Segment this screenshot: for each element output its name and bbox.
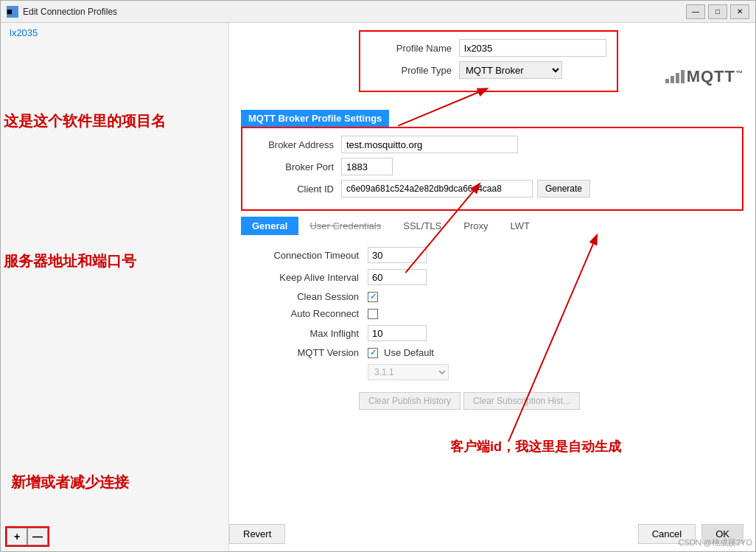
window-controls: — □ ✕ xyxy=(686,4,749,19)
window-title: Edit Connection Profiles xyxy=(23,7,686,17)
tab-proxy[interactable]: Proxy xyxy=(452,217,499,235)
mqtt-version-options: Use Default xyxy=(368,347,434,358)
annotation-add-remove: 新增或者减少连接 xyxy=(11,472,129,492)
client-id-label: Client ID xyxy=(253,184,334,195)
mqtt-version-row: MQTT Version Use Default xyxy=(241,347,743,358)
connection-timeout-input[interactable] xyxy=(368,247,427,263)
revert-button[interactable]: Revert xyxy=(229,524,285,544)
clear-publish-history-button[interactable]: Clear Publish History xyxy=(359,392,461,410)
version-select[interactable]: 3.1.1 xyxy=(368,364,449,380)
auto-reconnect-row: Auto Reconnect xyxy=(241,308,743,319)
clean-session-checkbox[interactable] xyxy=(368,292,378,302)
use-default-checkbox[interactable] xyxy=(368,348,378,358)
profile-type-label: Profile Type xyxy=(371,65,452,76)
profile-type-select[interactable]: MQTT Broker xyxy=(459,61,562,79)
profile-name-row: Profile Name xyxy=(371,39,606,57)
broker-address-label: Broker Address xyxy=(253,139,334,150)
signal-icon xyxy=(665,70,685,83)
tab-lwt[interactable]: LWT xyxy=(500,217,541,235)
profile-type-row: Profile Type MQTT Broker xyxy=(371,61,606,79)
broker-section: Broker Address Broker Port Client ID Gen… xyxy=(241,127,743,211)
use-default-label: Use Default xyxy=(384,347,434,358)
mqtt-logo: MQTT™ xyxy=(665,67,743,86)
client-id-input[interactable] xyxy=(341,180,533,198)
auto-reconnect-checkbox[interactable] xyxy=(368,309,378,319)
general-settings: Connection Timeout Keep Alive Interval C… xyxy=(241,247,743,380)
sidebar-item-lx2035[interactable]: lx2035 xyxy=(1,23,228,43)
annotation-project-name: 这是这个软件里的项目名 xyxy=(4,111,166,131)
mqtt-version-label: MQTT Version xyxy=(241,347,359,358)
clean-session-row: Clean Session xyxy=(241,291,743,302)
tab-ssl-tls[interactable]: SSL/TLS xyxy=(392,217,452,235)
tabs-bar: General User Credentials SSL/TLS Proxy L… xyxy=(241,217,743,235)
mqtt-logo-text: MQTT™ xyxy=(687,67,743,86)
keep-alive-input[interactable] xyxy=(368,269,427,285)
main-content: lx2035 这是这个软件里的项目名 服务器地址和端口号 新增或者减少连接 + … xyxy=(1,23,755,551)
broker-port-row: Broker Port xyxy=(253,158,732,175)
clean-session-checkbox-area xyxy=(368,292,378,302)
broker-address-input[interactable] xyxy=(341,136,518,153)
right-panel: Profile Name Profile Type MQTT Broker xyxy=(229,23,755,551)
tab-user-credentials[interactable]: User Credentials xyxy=(298,217,392,235)
version-select-row: 3.1.1 xyxy=(241,364,743,380)
max-inflight-row: Max Inflight xyxy=(241,325,743,341)
max-inflight-label: Max Inflight xyxy=(241,328,359,339)
broker-section-header: MQTT Broker Profile Settings xyxy=(241,110,389,127)
main-window: ■ Edit Connection Profiles — □ ✕ lx2035 … xyxy=(0,0,756,552)
annotation-server-address: 服务器地址和端口号 xyxy=(4,251,136,271)
sidebar: lx2035 这是这个软件里的项目名 服务器地址和端口号 新增或者减少连接 + … xyxy=(1,23,229,551)
window-icon: ■ xyxy=(7,6,18,18)
profile-section: Profile Name Profile Type MQTT Broker xyxy=(359,30,618,92)
keep-alive-label: Keep Alive Interval xyxy=(241,272,359,283)
clean-session-label: Clean Session xyxy=(241,291,359,302)
max-inflight-input[interactable] xyxy=(368,325,427,341)
title-bar: ■ Edit Connection Profiles — □ ✕ xyxy=(1,1,755,23)
profile-name-input[interactable] xyxy=(459,39,606,57)
generate-button[interactable]: Generate xyxy=(537,180,590,198)
annotation-client-id: 客户端id，我这里是自动生成 xyxy=(450,438,621,455)
auto-reconnect-checkbox-area xyxy=(368,309,378,319)
connection-timeout-row: Connection Timeout xyxy=(241,247,743,263)
connection-timeout-label: Connection Timeout xyxy=(241,250,359,261)
profile-name-label: Profile Name xyxy=(371,43,452,54)
minimize-button[interactable]: — xyxy=(686,4,705,19)
maximize-button[interactable]: □ xyxy=(708,4,727,19)
add-remove-wrapper: + — xyxy=(5,526,49,547)
keep-alive-row: Keep Alive Interval xyxy=(241,269,743,285)
watermark: CSDN @桃成蹊2YO xyxy=(679,537,752,548)
history-buttons: Clear Publish History Clear Subscription… xyxy=(359,392,743,410)
remove-connection-button[interactable]: — xyxy=(27,528,48,545)
broker-port-input[interactable] xyxy=(341,158,393,175)
add-connection-button[interactable]: + xyxy=(7,528,27,545)
client-id-row: Client ID Generate xyxy=(253,180,732,198)
auto-reconnect-label: Auto Reconnect xyxy=(241,308,359,319)
tab-general[interactable]: General xyxy=(241,217,298,235)
clear-subscription-history-button[interactable]: Clear Subscription Hist... xyxy=(463,392,580,410)
broker-address-row: Broker Address xyxy=(253,136,732,153)
close-button[interactable]: ✕ xyxy=(730,4,749,19)
broker-port-label: Broker Port xyxy=(253,161,334,172)
